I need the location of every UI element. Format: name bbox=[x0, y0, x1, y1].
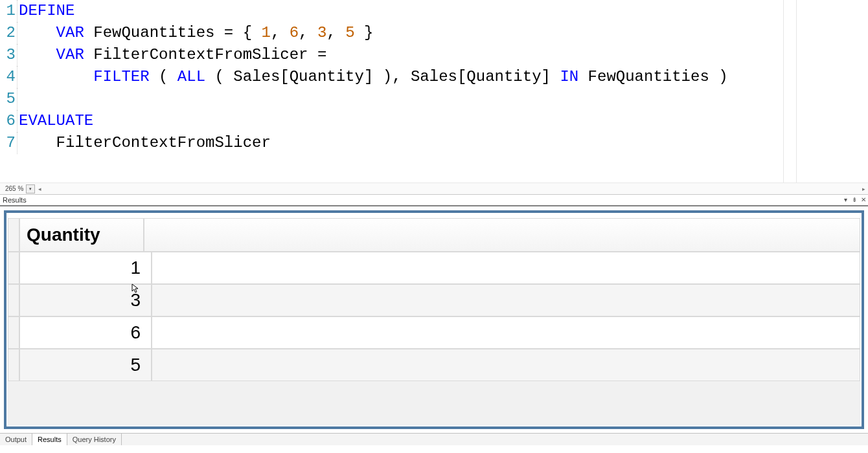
results-panel: Quantity 1365 bbox=[0, 205, 868, 433]
code-text[interactable] bbox=[17, 88, 19, 110]
code-line[interactable]: 1DEFINE bbox=[0, 0, 868, 22]
cell-empty bbox=[152, 316, 860, 349]
code-editor[interactable]: 1DEFINE2 VAR FewQuantities = { 1, 6, 3, … bbox=[0, 0, 868, 182]
code-line[interactable]: 4 FILTER ( ALL ( Sales[Quantity] ), Sale… bbox=[0, 66, 868, 88]
code-line[interactable]: 2 VAR FewQuantities = { 1, 6, 3, 5 } bbox=[0, 22, 868, 44]
code-editor-pane[interactable]: 1DEFINE2 VAR FewQuantities = { 1, 6, 3, … bbox=[0, 0, 868, 194]
code-text[interactable]: FilterContextFromSlicer bbox=[17, 132, 271, 154]
code-line[interactable]: 3 VAR FilterContextFromSlicer = bbox=[0, 44, 868, 66]
bottom-tab-strip: Output Results Query History bbox=[0, 433, 868, 445]
row-selector[interactable] bbox=[8, 252, 19, 284]
cell-empty bbox=[152, 349, 860, 381]
results-panel-title: Results bbox=[3, 195, 27, 205]
scroll-left-icon[interactable]: ◂ bbox=[35, 186, 44, 192]
editor-ruler bbox=[783, 0, 784, 182]
line-number: 3 bbox=[0, 44, 17, 66]
column-header-empty bbox=[144, 218, 860, 252]
editor-status-bar: 265 % ▾ ◂ ▸ bbox=[0, 182, 868, 194]
code-text[interactable]: FILTER ( ALL ( Sales[Quantity] ), Sales[… bbox=[17, 66, 728, 88]
tab-label: Query History bbox=[73, 436, 116, 443]
tab-output[interactable]: Output bbox=[0, 434, 32, 445]
cell-empty bbox=[152, 284, 860, 316]
row-selector[interactable] bbox=[8, 284, 19, 316]
code-text[interactable]: DEFINE bbox=[17, 0, 74, 22]
line-number: 4 bbox=[0, 66, 17, 88]
code-text[interactable]: VAR FewQuantities = { 1, 6, 3, 5 } bbox=[17, 22, 373, 44]
cell-quantity[interactable]: 6 bbox=[19, 316, 152, 349]
scroll-right-icon[interactable]: ▸ bbox=[859, 186, 868, 192]
column-header-quantity[interactable]: Quantity bbox=[19, 218, 144, 252]
tab-query-history[interactable]: Query History bbox=[67, 434, 122, 445]
column-header-label: Quantity bbox=[27, 225, 100, 245]
line-number: 6 bbox=[0, 110, 17, 132]
tab-label: Output bbox=[5, 436, 27, 443]
results-grid-frame: Quantity 1365 bbox=[4, 210, 864, 429]
line-number: 7 bbox=[0, 132, 17, 154]
line-number: 1 bbox=[0, 0, 17, 22]
results-grid-header: Quantity bbox=[8, 218, 860, 252]
cell-quantity[interactable]: 5 bbox=[19, 349, 152, 381]
select-all-cell[interactable] bbox=[8, 218, 19, 252]
results-grid-body: 1365 bbox=[8, 252, 860, 425]
panel-close-icon[interactable]: ✕ bbox=[859, 195, 868, 205]
zoom-dropdown[interactable]: ▾ bbox=[26, 184, 35, 193]
table-row[interactable]: 5 bbox=[8, 349, 860, 381]
cell-quantity[interactable]: 1 bbox=[19, 252, 152, 284]
panel-menu-icon[interactable]: ▾ bbox=[841, 195, 850, 205]
line-number: 5 bbox=[0, 88, 17, 110]
cell-empty bbox=[152, 252, 860, 284]
code-line[interactable]: 7 FilterContextFromSlicer bbox=[0, 132, 868, 154]
code-text[interactable]: EVALUATE bbox=[17, 110, 93, 132]
panel-pin-icon[interactable]: ⇟ bbox=[850, 195, 859, 205]
table-row[interactable]: 6 bbox=[8, 316, 860, 349]
tab-results[interactable]: Results bbox=[32, 434, 67, 445]
table-row[interactable]: 1 bbox=[8, 252, 860, 284]
line-number: 2 bbox=[0, 22, 17, 44]
code-line[interactable]: 6EVALUATE bbox=[0, 110, 868, 132]
tab-label: Results bbox=[38, 436, 62, 443]
row-selector[interactable] bbox=[8, 316, 19, 349]
row-selector[interactable] bbox=[8, 349, 19, 381]
code-line[interactable]: 5 bbox=[0, 88, 868, 110]
code-text[interactable]: VAR FilterContextFromSlicer = bbox=[17, 44, 326, 66]
zoom-level: 265 % bbox=[0, 185, 25, 192]
results-panel-titlebar: Results ▾ ⇟ ✕ bbox=[0, 194, 868, 205]
mouse-cursor-icon bbox=[131, 283, 139, 294]
editor-ruler bbox=[796, 0, 797, 182]
